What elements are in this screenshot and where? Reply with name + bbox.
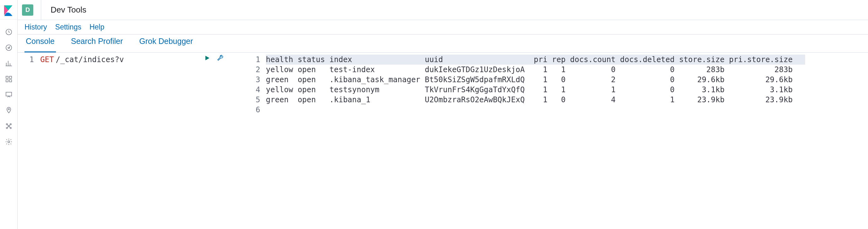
nav-visualize[interactable]: [0, 56, 18, 70]
tabs: Console Search Profiler Grok Debugger: [18, 35, 868, 53]
compass-icon: [5, 44, 12, 51]
app-root: D Dev Tools History Settings Help Consol…: [0, 0, 868, 229]
request-path: /_cat/indices?v: [56, 54, 124, 65]
wrench-icon: [217, 54, 224, 62]
main-column: D Dev Tools History Settings Help Consol…: [18, 0, 868, 229]
svg-point-13: [8, 141, 10, 143]
app-badge[interactable]: D: [22, 4, 33, 16]
svg-rect-6: [6, 92, 12, 96]
top-bar: D Dev Tools: [18, 0, 868, 20]
breadcrumb-title: Dev Tools: [51, 5, 86, 15]
tab-console[interactable]: Console: [25, 35, 56, 52]
bar-chart-icon: [5, 60, 12, 67]
nav-more[interactable]: [0, 135, 18, 149]
output-line-number: 5: [247, 95, 260, 105]
nav-recently-viewed[interactable]: [0, 25, 18, 39]
output-row: green open .kibana_1 U2OmbzraRsO2eAwBQkJ…: [266, 95, 868, 105]
output-gutter: 123456: [247, 53, 265, 229]
panes: 1 GET /_cat/indices?v 123456 health stat…: [18, 53, 868, 229]
breadcrumb-separator: [41, 0, 41, 20]
nav-dashboard[interactable]: [0, 72, 18, 86]
output-line-number: 2: [247, 65, 260, 75]
nav-link-settings[interactable]: Settings: [55, 23, 82, 31]
output-body: health status index uuid pri rep docs.co…: [265, 53, 868, 229]
presentation-icon: [5, 91, 12, 99]
output-row: yellow open test-index dukIekeGTDGz1UzDe…: [266, 65, 868, 75]
output-header-row: health status index uuid pri rep docs.co…: [266, 54, 868, 65]
svg-point-1: [6, 45, 12, 50]
clock-icon: [5, 28, 12, 36]
output-row: [266, 105, 868, 115]
output-line-number: 4: [247, 85, 260, 95]
request-options-button[interactable]: [217, 54, 224, 64]
output-line-number: 1: [247, 54, 260, 65]
kibana-logo-icon: [4, 5, 13, 16]
sub-nav: History Settings Help: [18, 20, 868, 35]
editor-code-area[interactable]: GET /_cat/indices?v: [39, 53, 247, 229]
response-output[interactable]: 123456 health status index uuid pri rep …: [247, 53, 868, 229]
nav-canvas[interactable]: [0, 88, 18, 102]
nav-items: [0, 20, 18, 149]
graph-icon: [5, 122, 12, 130]
dashboard-icon: [5, 75, 12, 83]
gear-icon: [5, 138, 12, 146]
output-line-number: 6: [247, 105, 260, 115]
nav-maps[interactable]: [0, 104, 18, 117]
output-row: green open .kibana_task_manager Bt50kSiZ…: [266, 75, 868, 85]
editor-gutter: 1: [18, 53, 39, 229]
http-method: GET: [40, 54, 54, 65]
tab-search-profiler[interactable]: Search Profiler: [70, 35, 124, 52]
output-line-number: 3: [247, 75, 260, 85]
request-actions: [204, 54, 224, 64]
kibana-logo[interactable]: [0, 2, 18, 20]
nav-ml[interactable]: [0, 119, 18, 133]
svg-rect-4: [6, 80, 8, 82]
request-editor[interactable]: 1 GET /_cat/indices?v: [18, 53, 247, 229]
output-row: yellow open testsynonym TkVrunFrS4KgGgaT…: [266, 85, 868, 95]
tab-grok-debugger[interactable]: Grok Debugger: [138, 35, 194, 52]
nav-rail: [0, 0, 18, 229]
svg-rect-5: [9, 80, 12, 82]
play-icon: [204, 54, 211, 62]
pin-icon: [5, 107, 12, 114]
svg-rect-3: [9, 76, 12, 78]
run-request-button[interactable]: [204, 54, 211, 64]
svg-rect-2: [6, 76, 8, 78]
svg-point-7: [8, 109, 9, 110]
nav-link-help[interactable]: Help: [90, 23, 104, 31]
nav-link-history[interactable]: History: [25, 23, 47, 31]
editor-line-number: 1: [18, 54, 34, 65]
nav-discover[interactable]: [0, 41, 18, 54]
